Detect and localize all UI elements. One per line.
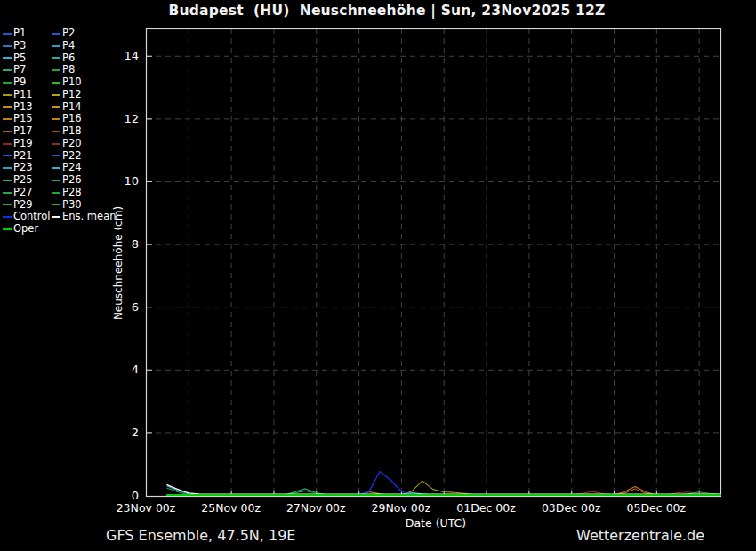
y-axis-title: Neuschneehöhe (cm) bbox=[112, 206, 125, 320]
svg-text:05Dec 00z: 05Dec 00z bbox=[627, 501, 687, 515]
svg-text:10: 10 bbox=[124, 174, 139, 188]
svg-text:4: 4 bbox=[132, 363, 139, 376]
svg-text:29Nov 00z: 29Nov 00z bbox=[372, 501, 431, 515]
tick-marks bbox=[147, 56, 699, 496]
svg-text:12: 12 bbox=[124, 112, 139, 125]
gridlines bbox=[146, 28, 721, 496]
page: Budapest (HU) Neuschneehöhe | Sun, 23Nov… bbox=[0, 0, 756, 551]
svg-text:6: 6 bbox=[132, 300, 139, 314]
x-axis-title: Date (UTC) bbox=[406, 516, 466, 530]
y-tick-labels: 02468101214 bbox=[124, 49, 139, 501]
svg-text:01Dec 00z: 01Dec 00z bbox=[456, 501, 516, 515]
svg-text:8: 8 bbox=[132, 237, 139, 251]
svg-text:0: 0 bbox=[132, 489, 139, 502]
svg-text:2: 2 bbox=[132, 426, 139, 439]
footer-model-info: GFS Ensemble, 47.5N, 19E bbox=[106, 527, 295, 544]
axis-frame bbox=[147, 29, 721, 497]
svg-text:14: 14 bbox=[124, 49, 139, 62]
svg-text:03Dec 00z: 03Dec 00z bbox=[542, 501, 601, 515]
svg-text:23Nov 00z: 23Nov 00z bbox=[117, 501, 176, 515]
x-tick-labels: 23Nov 00z25Nov 00z27Nov 00z29Nov 00z01De… bbox=[117, 501, 687, 515]
svg-text:27Nov 00z: 27Nov 00z bbox=[286, 501, 346, 515]
svg-text:25Nov 00z: 25Nov 00z bbox=[201, 501, 261, 515]
footer-site-credit: Wetterzentrale.de bbox=[576, 527, 704, 544]
